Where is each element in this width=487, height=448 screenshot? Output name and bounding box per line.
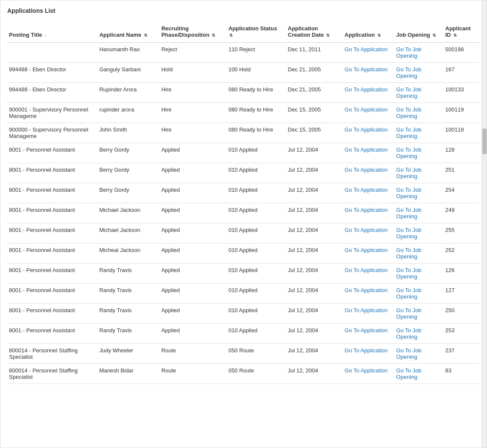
posting-title-cell: 994488 - Eben Director: [7, 63, 98, 83]
recruiting-phase-cell: Hold: [160, 63, 227, 83]
col-header-application[interactable]: Application ⇅: [343, 21, 394, 43]
creation-date-cell: Jul 12, 2004: [286, 284, 343, 304]
posting-title-cell: [7, 43, 98, 63]
applicant-name-cell: Berry Gordy: [98, 143, 160, 163]
app-link-button[interactable]: Go To Application: [344, 367, 388, 374]
col-header-posting-title[interactable]: Posting Title ↓: [7, 21, 98, 43]
applicant-name-cell: Hanumanth Rao: [98, 43, 160, 63]
job-link-button[interactable]: Go To Job Opening: [396, 46, 421, 59]
app-link-cell: Go To Application: [343, 43, 394, 63]
app-link-cell: Go To Application: [343, 163, 394, 183]
job-link-button[interactable]: Go To Job Opening: [396, 347, 421, 360]
job-link-button[interactable]: Go To Job Opening: [396, 167, 421, 179]
table-row: 8001 - Personnel AssistantBerry GordyApp…: [7, 183, 480, 203]
col-header-status[interactable]: Application Status ⇅: [227, 21, 286, 43]
recruiting-phase-cell: Applied: [160, 304, 227, 324]
app-link-button[interactable]: Go To Application: [344, 307, 388, 313]
col-header-recruiting[interactable]: Recruiting Phase/Disposition ⇅: [160, 21, 227, 43]
job-link-button[interactable]: Go To Job Opening: [396, 327, 421, 340]
app-status-cell: 010 Applied: [227, 223, 286, 243]
app-link-button[interactable]: Go To Application: [344, 167, 388, 173]
app-link-button[interactable]: Go To Application: [344, 227, 388, 233]
table-row: 8001 - Personnel AssistantRandy TravisAp…: [7, 304, 480, 324]
posting-title-cell: 8001 - Personnel Assistant: [7, 324, 98, 344]
applicant-id-cell: 100118: [443, 123, 480, 143]
job-link-cell: Go To Job Opening: [394, 223, 443, 243]
app-status-cell: 100 Hold: [227, 63, 286, 83]
posting-title-cell: 8001 - Personnel Assistant: [7, 284, 98, 304]
job-link-cell: Go To Job Opening: [394, 143, 443, 163]
app-link-button[interactable]: Go To Application: [344, 46, 388, 53]
app-link-button[interactable]: Go To Application: [344, 327, 388, 334]
job-link-button[interactable]: Go To Job Opening: [396, 207, 421, 220]
app-link-button[interactable]: Go To Application: [344, 187, 388, 193]
applicant-id-cell: 251: [443, 163, 480, 183]
app-link-button[interactable]: Go To Application: [344, 267, 388, 273]
posting-title-cell: 8001 - Personnel Assistant: [7, 203, 98, 223]
job-link-cell: Go To Job Opening: [394, 324, 443, 344]
applicant-name-cell: Micheal Jackson: [98, 243, 160, 264]
job-link-cell: Go To Job Opening: [394, 203, 443, 223]
app-status-cell: 010 Applied: [227, 324, 286, 344]
creation-date-cell: Jul 12, 2004: [286, 324, 343, 344]
col-header-applicant-id[interactable]: Applicant ID ⇅: [443, 21, 480, 43]
job-link-button[interactable]: Go To Job Opening: [396, 146, 421, 159]
app-link-button[interactable]: Go To Application: [344, 287, 388, 293]
recruiting-phase-cell: Applied: [160, 203, 227, 223]
creation-date-cell: Jul 12, 2004: [286, 364, 343, 384]
job-link-cell: Go To Job Opening: [394, 163, 443, 183]
col-header-job-opening[interactable]: Job Opening ⇅: [394, 21, 443, 43]
job-link-button[interactable]: Go To Job Opening: [396, 227, 421, 240]
recruiting-phase-cell: Applied: [160, 223, 227, 243]
job-link-button[interactable]: Go To Job Opening: [396, 307, 421, 320]
table-row: 8001 - Personnel AssistantMichael Jackso…: [7, 203, 480, 223]
app-status-cell: 010 Applied: [227, 143, 286, 163]
app-link-button[interactable]: Go To Application: [344, 66, 388, 73]
recruiting-phase-cell: Hire: [160, 123, 227, 143]
col-header-creation-date[interactable]: Application Creation Date ⇅: [286, 21, 343, 43]
posting-title-cell: 800014 - Personnel Staffing Specialist: [7, 344, 98, 364]
job-link-button[interactable]: Go To Job Opening: [396, 267, 421, 280]
job-link-button[interactable]: Go To Job Opening: [396, 247, 421, 260]
app-link-button[interactable]: Go To Application: [344, 247, 388, 253]
job-link-button[interactable]: Go To Job Opening: [396, 86, 421, 99]
job-link-button[interactable]: Go To Job Opening: [396, 367, 421, 380]
job-link-button[interactable]: Go To Job Opening: [396, 187, 421, 199]
app-status-cell: 080 Ready to Hire: [227, 83, 286, 103]
creation-date-cell: Jul 12, 2004: [286, 304, 343, 324]
app-link-button[interactable]: Go To Application: [344, 86, 388, 93]
job-link-cell: Go To Job Opening: [394, 264, 443, 284]
recruiting-phase-cell: Hire: [160, 103, 227, 123]
app-link-cell: Go To Application: [343, 284, 394, 304]
posting-title-cell: 900000 - Supervisory Personnel Manageme: [7, 123, 98, 143]
sort-icon-job: ⇅: [432, 33, 436, 38]
recruiting-phase-cell: Route: [160, 364, 227, 384]
recruiting-phase-cell: Hire: [160, 83, 227, 103]
scrollbar[interactable]: [481, 0, 487, 448]
app-link-button[interactable]: Go To Application: [344, 106, 388, 113]
posting-title-cell: 994488 - Eben Director: [7, 83, 98, 103]
app-link-cell: Go To Application: [343, 243, 394, 264]
table-row: 8001 - Personnel AssistantBerry GordyApp…: [7, 163, 480, 183]
app-status-cell: 080 Ready to Hire: [227, 103, 286, 123]
job-link-button[interactable]: Go To Job Opening: [396, 66, 421, 79]
job-link-button[interactable]: Go To Job Opening: [396, 126, 421, 139]
col-header-applicant-name[interactable]: Applicant Name ⇅: [98, 21, 160, 43]
app-link-button[interactable]: Go To Application: [344, 347, 388, 354]
applicant-name-cell: Berry Gordy: [98, 183, 160, 203]
job-link-cell: Go To Job Opening: [394, 83, 443, 103]
job-link-button[interactable]: Go To Job Opening: [396, 287, 421, 300]
applicant-name-cell: Randy Travis: [98, 304, 160, 324]
sort-icon-application: ⇅: [377, 33, 381, 38]
app-link-button[interactable]: Go To Application: [344, 207, 388, 213]
app-status-cell: 010 Applied: [227, 243, 286, 264]
scrollbar-thumb[interactable]: [482, 129, 487, 154]
creation-date-cell: Jul 12, 2004: [286, 344, 343, 364]
sort-icon-status: ⇅: [229, 33, 233, 38]
app-link-button[interactable]: Go To Application: [344, 146, 388, 153]
job-link-button[interactable]: Go To Job Opening: [396, 106, 421, 119]
applicant-name-cell: Randy Travis: [98, 264, 160, 284]
app-link-button[interactable]: Go To Application: [344, 126, 388, 133]
applicant-id-cell: 250: [443, 304, 480, 324]
creation-date-cell: Jul 12, 2004: [286, 243, 343, 264]
